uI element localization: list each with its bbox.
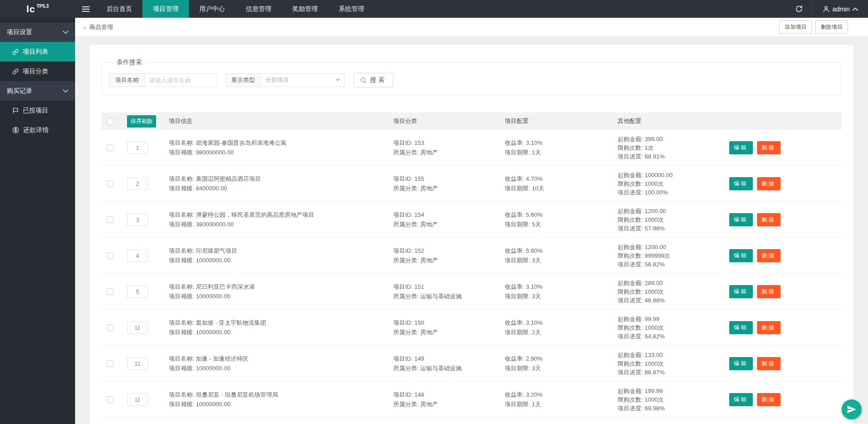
project-scale-line: 项目规模: 980000000.00 — [169, 148, 393, 157]
delete-button[interactable]: 删除 — [757, 357, 781, 370]
sidebar-item-label: 还款详情 — [23, 126, 49, 134]
row-checkbox[interactable] — [107, 180, 114, 187]
delete-button[interactable]: 删除 — [757, 321, 781, 334]
sort-order-input[interactable] — [127, 142, 148, 154]
delete-button[interactable]: 删除 — [757, 177, 781, 190]
row-checkbox[interactable] — [107, 144, 114, 151]
sort-order-input[interactable] — [127, 214, 148, 226]
edit-button[interactable]: 编辑 — [729, 357, 753, 370]
min-amount-line: 起购金额: 1200.00 — [618, 207, 729, 215]
sort-order-input[interactable] — [127, 178, 148, 190]
chevron-down-icon — [63, 31, 68, 34]
nav-item-project-management[interactable]: 项目管理 — [142, 0, 189, 18]
sort-order-input[interactable] — [127, 322, 148, 334]
sidebar-item-invested-projects[interactable]: 已投项目 — [0, 101, 75, 120]
edit-button[interactable]: 编辑 — [729, 141, 753, 154]
row-checkbox[interactable] — [107, 288, 114, 295]
sidebar-item-label: 项目分类 — [23, 67, 48, 76]
delete-project-button[interactable]: 删除项目 — [815, 20, 848, 34]
delete-button[interactable]: 删除 — [757, 141, 781, 154]
project-category-line: 所属分类: 房地产 — [393, 220, 505, 229]
sidebar-group-project-settings[interactable]: 项目设置 — [0, 22, 75, 42]
search-button[interactable]: 搜索 — [353, 73, 393, 87]
username: admin — [832, 5, 850, 13]
project-id-line: 项目ID: 153 — [393, 138, 505, 148]
project-config-cell: 收益率: 2.90% 项目期限: 3天 — [505, 354, 618, 373]
sidebar-item-repayment-details[interactable]: 还款详情 — [0, 120, 75, 140]
rate-line: 收益率: 3.10% — [505, 318, 618, 327]
table-row: 项目名称: 尼日利亚巴卡西深水港 项目规模: 10000000.00 项目ID:… — [102, 274, 842, 310]
nav-item-home[interactable]: 后台首页 — [96, 0, 142, 18]
sort-order-input[interactable] — [127, 250, 148, 262]
progress-line: 项目进度: 86.97% — [618, 368, 729, 377]
project-info-cell: 项目名称: 美国迈阿密精品酒店项目 项目规模: 8400000.00 — [169, 174, 393, 193]
logo-version: TP5.3 — [36, 4, 49, 9]
rate-line: 收益率: 3.10% — [505, 282, 618, 291]
edit-button[interactable]: 编辑 — [729, 393, 753, 406]
edit-button[interactable]: 编辑 — [729, 177, 753, 190]
edit-button[interactable]: 编辑 — [729, 285, 753, 298]
project-id-line: 项目ID: 154 — [393, 210, 505, 220]
project-scale-line: 项目规模: 10000000.00 — [169, 327, 393, 337]
sidebar-toggle-button[interactable] — [75, 0, 96, 18]
project-name-line: 项目名称: 坦桑尼亚 - 坦桑尼亚机场管理局 — [169, 390, 393, 399]
user-menu[interactable]: admin — [812, 0, 868, 18]
chevron-up-icon — [853, 7, 858, 11]
refresh-button[interactable] — [786, 0, 812, 18]
project-config-cell: 收益率: 3.10% 项目期限: 1天 — [505, 138, 618, 157]
project-name-line: 项目名称: 加蓬 - 加蓬经济特区 — [169, 354, 393, 363]
project-name-line: 项目名称: 美国迈阿密精品酒店项目 — [169, 174, 393, 184]
delete-button[interactable]: 删除 — [757, 393, 781, 406]
edit-button[interactable]: 编辑 — [729, 213, 753, 226]
row-checkbox[interactable] — [107, 360, 114, 367]
sort-order-input[interactable] — [127, 393, 148, 406]
sidebar-group-purchase-records[interactable]: 购买记录 — [0, 81, 75, 101]
sidebar-item-project-category[interactable]: 项目分类 — [0, 61, 75, 81]
floating-action-button[interactable] — [842, 399, 862, 419]
min-amount-line: 起购金额: 1200.00 — [618, 243, 729, 251]
sort-refresh-button[interactable]: 排序刷新 — [127, 115, 156, 128]
row-checkbox[interactable] — [107, 324, 114, 331]
delete-button[interactable]: 删除 — [757, 213, 781, 226]
row-checkbox[interactable] — [107, 252, 114, 259]
project-name-group: 项目名称 — [109, 73, 217, 87]
nav-item-reward-management[interactable]: 奖励管理 — [282, 0, 328, 18]
project-category-cell: 项目ID: 150 所属分类: 房地产 — [393, 318, 505, 337]
project-category-cell: 项目ID: 151 所属分类: 运输与基础设施 — [393, 282, 505, 301]
project-id-line: 项目ID: 151 — [393, 282, 505, 291]
sidebar-item-project-list[interactable]: 项目列表 — [0, 42, 75, 61]
other-config-cell: 起购金额: 100000.00 限购次数: 1000次 项目进度: 100.00… — [618, 171, 729, 197]
sidebar-item-label: 已投项目 — [23, 107, 48, 115]
project-category-line: 所属分类: 房地产 — [393, 148, 505, 157]
project-info-cell: 项目名称: 坦桑尼亚 - 坦桑尼亚机场管理局 项目规模: 10000000.00 — [169, 390, 393, 409]
project-name-line: 项目名称: 碧海家园-泰国普吉岛邦涛海滩公寓 — [169, 138, 393, 148]
row-checkbox[interactable] — [107, 396, 114, 403]
nav-item-system-management[interactable]: 系统管理 — [328, 0, 375, 18]
min-amount-line: 起购金额: 100000.00 — [618, 171, 729, 179]
search-row: 项目名称 展示类型 全部项目 搜索 — [109, 73, 834, 87]
project-category-cell: 项目ID: 155 所属分类: 房地产 — [393, 174, 505, 193]
row-checkbox[interactable] — [107, 216, 114, 223]
add-project-button[interactable]: 添加项目 — [779, 20, 812, 34]
sort-order-input[interactable] — [127, 358, 148, 370]
select-all-checkbox[interactable] — [107, 118, 114, 125]
edit-button[interactable]: 编辑 — [729, 321, 753, 334]
top-navbar: lc TP5.3 后台首页 项目管理 用户中心 信息管理 奖励管理 系统管理 a… — [0, 0, 868, 18]
edit-button[interactable]: 编辑 — [729, 249, 753, 262]
rate-line: 收益率: 3.20% — [505, 390, 618, 399]
limit-times-line: 限购次数: 1000次 — [618, 323, 729, 332]
project-scale-line: 项目规模: 8400000.00 — [169, 184, 393, 193]
project-name-line: 项目名称: 尼日利亚巴卡西深水港 — [169, 282, 393, 291]
rate-line: 收益率: 4.70% — [505, 174, 618, 184]
sort-order-input[interactable] — [127, 286, 148, 298]
display-type-label: 展示类型 — [225, 73, 260, 87]
nav-item-info-management[interactable]: 信息管理 — [235, 0, 282, 18]
column-header-category: 项目分类 — [393, 117, 505, 125]
page-actions: 添加项目 删除项目 — [779, 20, 848, 34]
delete-button[interactable]: 删除 — [757, 249, 781, 262]
delete-button[interactable]: 删除 — [757, 285, 781, 298]
project-name-input[interactable] — [144, 73, 217, 87]
row-actions: 编辑 删除 — [729, 177, 836, 190]
nav-item-user-center[interactable]: 用户中心 — [189, 0, 235, 18]
display-type-select[interactable]: 全部项目 — [260, 73, 345, 87]
